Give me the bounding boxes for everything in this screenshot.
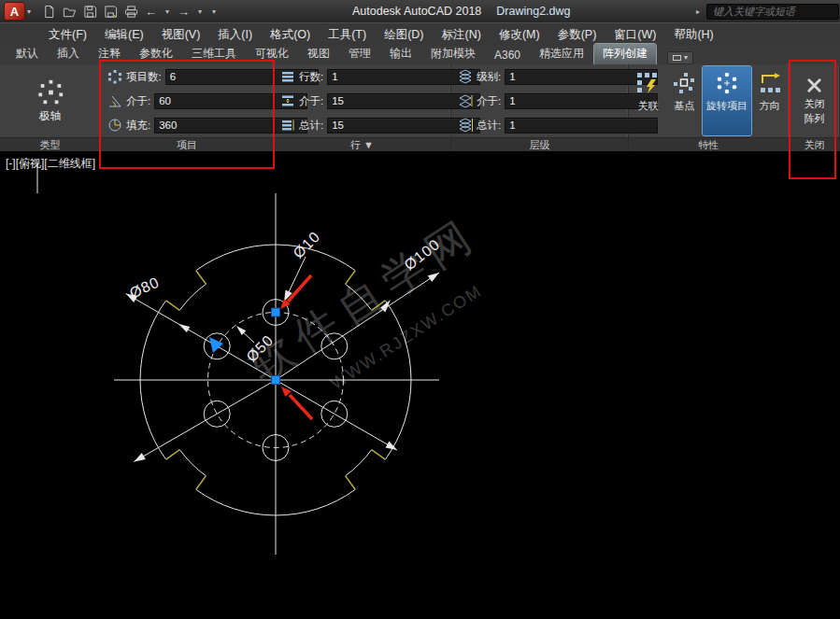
close-array-button[interactable]: 关闭 阵列 <box>790 64 839 137</box>
base-point-icon <box>672 71 696 95</box>
panel-footer-rows[interactable]: 行 ▼ <box>274 137 450 151</box>
rows-total-icon <box>280 118 295 133</box>
viewport-controls[interactable]: [-][俯视][二维线框] <box>6 156 95 172</box>
search-expand-icon[interactable]: ▸ <box>696 7 700 16</box>
rotate-items-button[interactable]: 旋转项目 <box>703 66 751 135</box>
base-point-button[interactable]: 基点 <box>666 66 703 135</box>
save-as-icon[interactable] <box>104 5 118 19</box>
panel-footer-levels[interactable]: 层级 <box>451 137 628 151</box>
menu-item-dimension[interactable]: 标注(N) <box>442 27 481 43</box>
menu-item-file[interactable]: 文件(F) <box>49 27 87 43</box>
items-count-icon <box>107 69 122 84</box>
rows-count-label: 行数: <box>299 70 323 84</box>
drawing-viewport[interactable]: [-][俯视][二维线框] 软件自学网 WWW.RJZXW.COM <box>0 151 840 619</box>
items-between-field: 介于: <box>101 89 273 113</box>
dim-d80: Ø80 <box>127 274 162 301</box>
menu-item-tools[interactable]: 工具(T) <box>328 27 366 43</box>
tab-manage[interactable]: 管理 <box>340 44 379 64</box>
tab-a360[interactable]: A360 <box>486 47 529 64</box>
new-file-icon[interactable] <box>42 5 56 19</box>
fill-angle-icon <box>107 118 122 133</box>
app-title: Autodesk AutoCAD 2018 <box>352 5 481 18</box>
rows-count-icon <box>280 69 295 84</box>
associative-button[interactable]: 关联 <box>630 66 666 135</box>
associative-label: 关联 <box>637 99 658 113</box>
levels-count-icon <box>458 69 473 84</box>
rows-between-label: 介于: <box>299 94 323 108</box>
tab-3d-tools[interactable]: 三维工具 <box>183 44 245 64</box>
menu-item-help[interactable]: 帮助(H) <box>674 27 713 43</box>
autocad-logo-button[interactable]: A <box>4 2 25 21</box>
qat-customize-caret-icon[interactable]: ▾ <box>212 7 216 16</box>
plot-icon[interactable] <box>124 5 138 19</box>
grip-top-hole <box>272 308 280 317</box>
levels-between-field: 介于: <box>451 89 628 113</box>
direction-icon <box>758 71 782 95</box>
menu-item-draw[interactable]: 绘图(D) <box>384 27 423 43</box>
tab-default[interactable]: 默认 <box>7 44 47 64</box>
tab-output[interactable]: 输出 <box>381 44 420 64</box>
items-fill-field: 填充: <box>101 113 273 137</box>
close-array-label-2: 阵列 <box>804 112 825 126</box>
grip-center <box>272 376 280 385</box>
panel-footer-close[interactable]: 关闭 <box>790 137 839 151</box>
panel-type: 极轴 类型 <box>0 64 101 151</box>
ribbon-tab-bar: 默认 插入 注释 参数化 三维工具 可视化 视图 管理 输出 附加模块 A360… <box>0 46 840 64</box>
rotate-items-icon <box>715 71 739 95</box>
save-icon[interactable] <box>83 5 97 19</box>
levels-count-field: 级别: <box>451 64 628 89</box>
rows-between-icon <box>280 93 295 108</box>
panel-footer-properties[interactable]: 特性 <box>629 137 789 151</box>
close-array-label-1: 关闭 <box>804 97 825 111</box>
levels-between-icon <box>458 93 473 108</box>
menu-item-parametric[interactable]: 参数(P) <box>558 27 597 43</box>
rows-total-label: 总计: <box>299 119 323 133</box>
panel-footer-items[interactable]: 项目 <box>101 137 273 151</box>
titlebar: A ▾ ← ▾ → ▾ ▾ Autodesk AutoCAD 2018 Draw… <box>0 0 840 22</box>
levels-total-label: 总计: <box>477 119 501 133</box>
tab-parametric[interactable]: 参数化 <box>131 44 181 64</box>
items-count-label: 项目数: <box>126 70 162 84</box>
menu-item-edit[interactable]: 编辑(E) <box>105 27 144 43</box>
quick-access-toolbar: ← ▾ → ▾ ▾ <box>42 5 218 19</box>
items-fill-label: 填充: <box>126 119 150 133</box>
angle-between-icon <box>107 93 122 108</box>
open-file-icon[interactable] <box>63 5 77 19</box>
drawing-canvas[interactable]: 软件自学网 WWW.RJZXW.COM <box>0 151 840 619</box>
menu-item-insert[interactable]: 插入(I) <box>218 27 252 43</box>
menu-item-window[interactable]: 窗口(W) <box>614 27 656 43</box>
menubar: 文件(F) 编辑(E) 视图(V) 插入(I) 格式(O) 工具(T) 绘图(D… <box>0 22 840 46</box>
menu-item-modify[interactable]: 修改(M) <box>499 27 540 43</box>
levels-between-label: 介于: <box>477 94 501 108</box>
infocenter: ▸ <box>694 4 840 20</box>
tab-insert[interactable]: 插入 <box>49 44 88 64</box>
tab-array-creation[interactable]: 阵列创建 <box>594 44 656 64</box>
undo-caret-icon[interactable]: ▾ <box>165 7 169 16</box>
redo-caret-icon[interactable]: ▾ <box>198 7 202 16</box>
base-point-label: 基点 <box>674 99 694 113</box>
panel-close: 关闭 阵列 关闭 <box>790 64 840 151</box>
close-x-icon <box>805 77 823 94</box>
polar-array-button[interactable]: 极轴 <box>0 64 100 137</box>
undo-icon[interactable]: ← <box>145 6 157 18</box>
tab-annotate[interactable]: 注释 <box>90 44 129 64</box>
menu-item-view[interactable]: 视图(V) <box>162 27 201 43</box>
tab-addins[interactable]: 附加模块 <box>422 44 484 64</box>
ribbon-minimize-button[interactable]: ▾ <box>667 51 693 64</box>
tab-featured-apps[interactable]: 精选应用 <box>531 44 592 64</box>
panel-properties: 关联 基点 旋转项目 方向 特性 <box>629 64 790 151</box>
panel-footer-type[interactable]: 类型 <box>0 137 100 151</box>
logo-caret-icon[interactable]: ▾ <box>27 7 31 16</box>
search-input[interactable] <box>706 4 839 20</box>
levels-total-icon <box>458 118 473 133</box>
redo-icon[interactable]: → <box>178 6 190 18</box>
panel-rows: 行数: 介于: 总计: 行 ▼ <box>274 64 451 151</box>
direction-button[interactable]: 方向 <box>751 66 788 135</box>
menu-item-format[interactable]: 格式(O) <box>270 27 310 43</box>
dim-d10: Ø10 <box>290 228 323 261</box>
minirect-icon <box>673 55 681 61</box>
tab-view[interactable]: 视图 <box>299 44 338 64</box>
tab-visualize[interactable]: 可视化 <box>247 44 297 64</box>
rows-total-field: 总计: <box>274 113 450 137</box>
direction-label: 方向 <box>760 99 780 113</box>
